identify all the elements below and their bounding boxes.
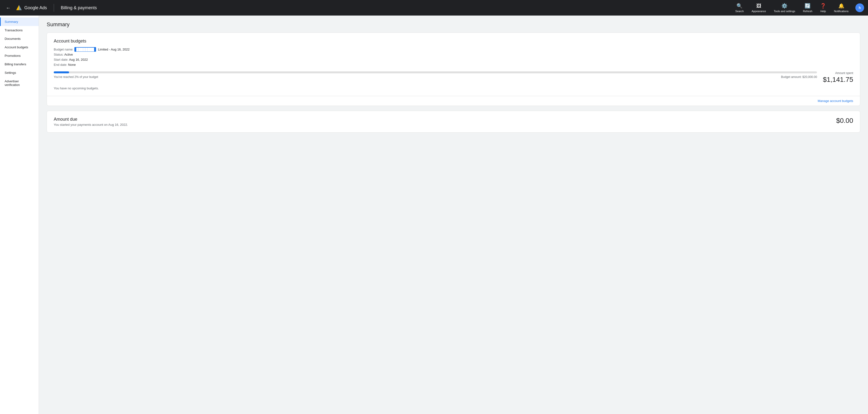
appearance-label: Appearance xyxy=(751,10,766,13)
budget-amount-label: Budget amount: xyxy=(781,75,802,79)
back-button[interactable]: ← xyxy=(4,4,13,12)
sidebar-item-label: Settings xyxy=(5,71,16,74)
search-label: Search xyxy=(735,10,744,13)
amount-spent-label: Amount spent xyxy=(823,71,853,75)
top-navigation: ← Google Ads Billing & payments 🔍 Search… xyxy=(0,0,868,15)
sidebar-item-summary[interactable]: Summary xyxy=(0,18,39,26)
end-date-value: None xyxy=(68,63,75,67)
budget-name-suffix: Limited - Aug 16, 2022 xyxy=(98,47,130,51)
progress-percent-text: You've reached 2% of your budget xyxy=(54,75,98,79)
sidebar-item-advertiser-verification[interactable]: Advertiser verification xyxy=(0,77,39,89)
budget-amount-text: Budget amount: $20,000.00 xyxy=(781,75,817,79)
help-label: Help xyxy=(820,10,826,13)
refresh-label: Refresh xyxy=(803,10,812,13)
nav-left: ← Google Ads Billing & payments xyxy=(4,4,732,12)
status-value: Active xyxy=(64,53,73,56)
search-button[interactable]: 🔍 Search xyxy=(732,2,747,13)
appearance-button[interactable]: 🖼 Appearance xyxy=(749,2,769,13)
google-ads-logo-icon xyxy=(16,4,22,11)
svg-marker-1 xyxy=(19,5,22,10)
sidebar-item-account-budgets[interactable]: Account budgets xyxy=(0,43,39,51)
budget-progress-section: You've reached 2% of your budget Budget … xyxy=(54,71,853,83)
refresh-icon: 🔄 xyxy=(805,3,811,9)
amount-spent-section: Amount spent $1,141.75 xyxy=(823,71,853,83)
status-label: Status: xyxy=(54,53,63,56)
account-budgets-card: Account budgets Budget name: ████████ Li… xyxy=(47,33,860,106)
amount-due-left: Amount due You started your payments acc… xyxy=(54,117,128,127)
google-ads-text: Google Ads xyxy=(24,5,47,10)
amount-due-title: Amount due xyxy=(54,117,128,122)
sidebar-item-documents[interactable]: Documents xyxy=(0,34,39,43)
appearance-icon: 🖼 xyxy=(756,3,761,9)
account-budgets-title: Account budgets xyxy=(54,39,853,44)
budget-amount-value: $20,000.00 xyxy=(802,75,817,79)
budget-name-highlighted: ████████ xyxy=(74,47,96,52)
budget-progress-left: You've reached 2% of your budget Budget … xyxy=(54,71,817,79)
manage-account-budgets-link[interactable]: Manage account budgets xyxy=(818,99,853,103)
tools-icon: ⚙️ xyxy=(781,3,787,9)
sidebar-item-label: Promotions xyxy=(5,54,21,58)
start-date-label: Start date: xyxy=(54,58,68,62)
sidebar-item-transactions[interactable]: Transactions xyxy=(0,26,39,34)
account-budgets-card-footer: Manage account budgets xyxy=(47,96,860,106)
nav-divider xyxy=(54,4,54,12)
sidebar-item-label: Billing transfers xyxy=(5,62,26,66)
page-heading: Summary xyxy=(47,21,860,28)
refresh-button[interactable]: 🔄 Refresh xyxy=(800,2,815,13)
account-budgets-card-body: Account budgets Budget name: ████████ Li… xyxy=(47,33,860,96)
main-content: Summary Account budgets Budget name: ███… xyxy=(39,15,868,414)
amount-due-value: $0.00 xyxy=(836,117,853,125)
search-icon: 🔍 xyxy=(737,3,743,9)
sidebar-item-settings[interactable]: Settings xyxy=(0,68,39,77)
avatar[interactable]: h xyxy=(855,3,864,12)
budget-status-row: Status: Active xyxy=(54,53,853,56)
budget-start-date-row: Start date: Aug 16, 2022 xyxy=(54,58,853,62)
sidebar-item-label: Transactions xyxy=(5,28,23,32)
budget-end-date-row: End date: None xyxy=(54,63,853,67)
end-date-label: End date: xyxy=(54,63,67,67)
amount-spent-value: $1,141.75 xyxy=(823,76,853,83)
budget-name-label: Budget name: xyxy=(54,47,73,51)
progress-labels: You've reached 2% of your budget Budget … xyxy=(54,75,817,79)
budget-name-row: Budget name: ████████ Limited - Aug 16, … xyxy=(54,47,853,51)
sidebar-item-promotions[interactable]: Promotions xyxy=(0,51,39,60)
notifications-button[interactable]: 🔔 Notifications xyxy=(831,2,851,13)
amount-due-card-body: Amount due You started your payments acc… xyxy=(47,111,860,132)
help-button[interactable]: ❓ Help xyxy=(817,2,829,13)
sidebar-item-label: Advertiser verification xyxy=(5,79,35,87)
notifications-label: Notifications xyxy=(834,10,848,13)
amount-due-header: Amount due You started your payments acc… xyxy=(54,117,853,127)
help-icon: ❓ xyxy=(820,3,826,9)
sidebar-item-label: Documents xyxy=(5,37,21,40)
amount-due-subtitle: You started your payments account on Aug… xyxy=(54,123,128,127)
sidebar: Summary Transactions Documents Account b… xyxy=(0,15,39,414)
bell-icon: 🔔 xyxy=(838,3,844,9)
sidebar-item-label: Summary xyxy=(5,20,18,24)
start-date-value: Aug 16, 2022 xyxy=(69,58,88,62)
nav-right: 🔍 Search 🖼 Appearance ⚙️ Tools and setti… xyxy=(732,2,864,13)
sidebar-item-label: Account budgets xyxy=(5,45,28,49)
no-upcoming-budgets: You have no upcoming budgets. xyxy=(54,87,853,90)
tools-button[interactable]: ⚙️ Tools and settings xyxy=(771,2,798,13)
amount-due-card: Amount due You started your payments acc… xyxy=(47,111,860,133)
app-body: Summary Transactions Documents Account b… xyxy=(0,15,868,414)
progress-bar-fill xyxy=(54,71,69,73)
progress-bar-container xyxy=(54,71,817,73)
google-ads-logo: Google Ads xyxy=(16,4,47,11)
sidebar-item-billing-transfers[interactable]: Billing transfers xyxy=(0,60,39,68)
page-title-nav: Billing & payments xyxy=(61,5,97,10)
tools-label: Tools and settings xyxy=(774,10,795,13)
